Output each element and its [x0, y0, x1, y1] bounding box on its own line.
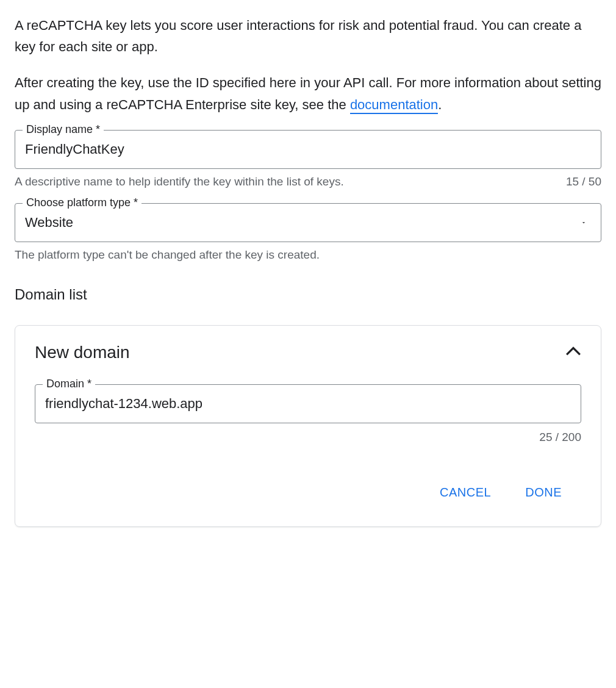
domain-list-heading: Domain list [15, 286, 601, 303]
display-name-counter: 15 / 50 [566, 175, 601, 188]
intro-paragraph-2-after: . [438, 97, 442, 112]
display-name-field: Display name * [15, 130, 601, 169]
intro-paragraph-2-before: After creating the key, use the ID speci… [15, 75, 601, 112]
domain-counter: 25 / 200 [539, 431, 581, 444]
platform-helper-row: The platform type can't be changed after… [15, 248, 601, 262]
display-name-helper-row: A descriptive name to help identify the … [15, 175, 601, 188]
domain-input[interactable] [35, 385, 581, 423]
display-name-field-wrapper: Display name * A descriptive name to hel… [15, 130, 601, 188]
new-domain-card: New domain Domain * 25 / 200 CANCEL DONE [15, 325, 601, 527]
platform-value: Website [15, 204, 601, 242]
platform-select[interactable]: Choose platform type * Website [15, 203, 601, 242]
button-row: CANCEL DONE [35, 481, 581, 504]
chevron-up-icon [565, 346, 581, 359]
domain-label: Domain * [43, 378, 95, 390]
domain-field-wrapper: Domain * [35, 384, 581, 423]
card-title: New domain [35, 343, 130, 362]
intro-paragraph-1: A reCAPTCHA key lets you score user inte… [15, 15, 601, 57]
platform-field-wrapper: Choose platform type * Website The platf… [15, 203, 601, 262]
domain-field: Domain * [35, 384, 581, 423]
display-name-label: Display name * [23, 123, 104, 136]
card-header[interactable]: New domain [35, 343, 581, 362]
intro-paragraph-2: After creating the key, use the ID speci… [15, 72, 601, 115]
documentation-link[interactable]: documentation [350, 97, 438, 114]
display-name-input[interactable] [15, 131, 601, 168]
intro-text-block: A reCAPTCHA key lets you score user inte… [15, 15, 601, 115]
domain-counter-row: 25 / 200 [35, 431, 581, 444]
display-name-helper: A descriptive name to help identify the … [15, 175, 344, 188]
platform-helper: The platform type can't be changed after… [15, 248, 320, 262]
done-button[interactable]: DONE [523, 481, 564, 504]
cancel-button[interactable]: CANCEL [437, 481, 493, 504]
platform-label: Choose platform type * [23, 196, 141, 209]
